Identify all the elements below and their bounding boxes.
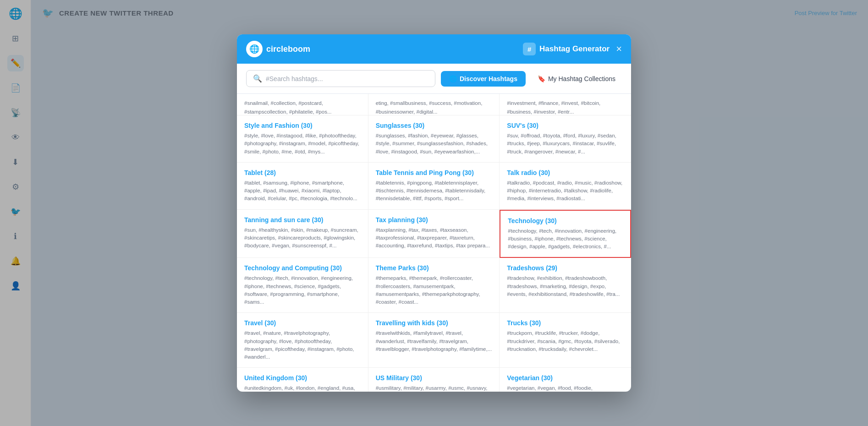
top-partial-card-3: #investment, #finance, #invest, #bitcoin… <box>500 94 631 115</box>
search-input[interactable] <box>266 75 429 82</box>
top-partial-row: #snailmail, #collection, #postcard, #sta… <box>237 94 631 115</box>
hashtag-generator-modal: 🌐 circleboom # Hashtag Generator × 🔍 <box>237 34 631 392</box>
hashtag-card[interactable]: Vegetarian (30)#vegetarian, #vegan, #foo… <box>500 368 631 392</box>
card-title: Tablet (28) <box>244 169 361 176</box>
hashtag-card[interactable]: Table Tennis and Ping Pong (30)#tableten… <box>368 163 500 210</box>
search-bar: 🔍 🌐 Discover Hashtags 🔖 My Hashtag Colle… <box>237 64 631 94</box>
globe-icon: 🌐 <box>449 75 457 82</box>
search-input-wrapper[interactable]: 🔍 <box>246 70 435 87</box>
card-tags: #talkradio, #podcast, #radio, #music, #r… <box>507 179 624 203</box>
hashtag-card[interactable]: Trucks (30)#truckporn, #trucklife, #truc… <box>500 313 631 368</box>
hashtag-card[interactable]: Travel (30)#travel, #nature, #travelphot… <box>237 313 368 368</box>
hashtag-generator-label: # Hashtag Generator <box>523 43 610 55</box>
hashtag-card[interactable]: US Military (30)#usmilitary, #military, … <box>368 368 500 392</box>
card-tags: #technology, #tech, #innovation, #engine… <box>508 227 623 251</box>
hashtag-card[interactable]: Style and Fashion (30)#style, #love, #in… <box>237 115 368 163</box>
card-title: Table Tennis and Ping Pong (30) <box>376 169 492 176</box>
card-title: Theme Parks (30) <box>376 264 492 272</box>
my-hashtag-collections-button[interactable]: 🔖 My Hashtag Collections <box>531 71 622 87</box>
modal-overlay: 🌐 circleboom # Hashtag Generator × 🔍 <box>0 0 868 426</box>
card-title: SUV's (30) <box>507 122 624 129</box>
modal-close-button[interactable]: × <box>616 44 622 54</box>
hashtag-card[interactable]: SUV's (30)#suv, #offroad, #toyota, #ford… <box>500 115 631 163</box>
circleboom-logo: 🌐 circleboom <box>246 41 310 57</box>
card-tags: #taxplanning, #tax, #taxes, #taxseason, … <box>376 226 492 250</box>
discover-hashtags-button[interactable]: 🌐 Discover Hashtags <box>441 71 526 87</box>
card-tags: #sunglasses, #fashion, #eyewear, #glasse… <box>376 132 492 156</box>
hashtag-card[interactable]: Tanning and sun care (30)#sun, #healthys… <box>237 210 368 258</box>
modal-header: 🌐 circleboom # Hashtag Generator × <box>237 34 631 64</box>
hashtag-card[interactable]: Tradeshows (29)#tradeshow, #exhibition, … <box>500 258 631 313</box>
card-tags: #sun, #healthyskin, #skin, #makeup, #sun… <box>244 226 361 250</box>
card-title: Tradeshows (29) <box>507 264 624 272</box>
hashtag-grid: Style and Fashion (30)#style, #love, #in… <box>237 115 631 392</box>
card-title: Travel (30) <box>244 319 361 327</box>
hashtag-card[interactable]: Sunglasses (30)#sunglasses, #fashion, #e… <box>368 115 500 163</box>
card-title: United Kingdom (30) <box>244 374 361 382</box>
card-title: US Military (30) <box>376 374 492 382</box>
hashtag-card[interactable]: Technology (30)#technology, #tech, #inno… <box>500 210 631 258</box>
logo-text: circleboom <box>266 44 310 54</box>
card-tags: #travel, #nature, #travelphotography, #p… <box>244 329 361 361</box>
card-tags: #truckporn, #trucklife, #trucker, #dodge… <box>507 329 624 353</box>
card-title: Vegetarian (30) <box>507 374 624 382</box>
modal-header-left: 🌐 circleboom <box>246 41 310 57</box>
card-tags: #tabletennis, #pingpong, #tabletennispla… <box>376 179 492 203</box>
card-title: Tanning and sun care (30) <box>244 216 361 224</box>
card-title: Travelling with kids (30) <box>376 319 492 327</box>
hashtag-card[interactable]: Tablet (28)#tablet, #samsung, #iphone, #… <box>237 163 368 210</box>
card-tags: #themeparks, #themepark, #rollercoaster,… <box>376 274 492 306</box>
card-tags: #tablet, #samsung, #iphone, #smartphone,… <box>244 179 361 203</box>
top-partial-tags-3: #investment, #finance, #invest, #bitcoin… <box>507 100 600 115</box>
card-tags: #technology, #tech, #innovation, #engine… <box>244 274 361 306</box>
card-title: Trucks (30) <box>507 319 624 327</box>
card-tags: #travelwithkids, #familytravel, #travel,… <box>376 329 492 353</box>
hashtag-card[interactable]: Theme Parks (30)#themeparks, #themepark,… <box>368 258 500 313</box>
top-partial-tags-2: eting, #smallbusiness, #success, #motiva… <box>376 100 483 115</box>
card-tags: #style, #love, #instagood, #like, #photo… <box>244 132 361 156</box>
logo-icon: 🌐 <box>246 41 263 57</box>
top-partial-card-1: #snailmail, #collection, #postcard, #sta… <box>237 94 368 115</box>
hashtag-card[interactable]: Travelling with kids (30)#travelwithkids… <box>368 313 500 368</box>
hashtag-card[interactable]: Tax planning (30)#taxplanning, #tax, #ta… <box>368 210 500 258</box>
card-title: Talk radio (30) <box>507 169 624 176</box>
card-title: Technology and Computing (30) <box>244 264 361 272</box>
hashtag-card[interactable]: Talk radio (30)#talkradio, #podcast, #ra… <box>500 163 631 210</box>
modal-content: Style and Fashion (30)#style, #love, #in… <box>237 115 631 392</box>
card-tags: #unitedkingdom, #uk, #london, #england, … <box>244 384 361 392</box>
card-title: Style and Fashion (30) <box>244 122 361 129</box>
hashtag-card[interactable]: United Kingdom (30)#unitedkingdom, #uk, … <box>237 368 368 392</box>
modal-header-right: # Hashtag Generator × <box>523 43 622 55</box>
search-icon: 🔍 <box>253 74 262 83</box>
top-partial-card-2: eting, #smallbusiness, #success, #motiva… <box>368 94 500 115</box>
bookmark-icon: 🔖 <box>538 75 545 82</box>
card-title: Tax planning (30) <box>376 216 492 224</box>
card-title: Technology (30) <box>508 217 623 224</box>
top-partial-tags-1: #snailmail, #collection, #postcard, #sta… <box>244 100 332 115</box>
hash-icon: # <box>523 43 536 55</box>
card-title: Sunglasses (30) <box>376 122 492 129</box>
card-tags: #usmilitary, #military, #usarmy, #usmc, … <box>376 384 492 392</box>
card-tags: #suv, #offroad, #toyota, #ford, #luxury,… <box>507 132 624 156</box>
hashtag-card[interactable]: Technology and Computing (30)#technology… <box>237 258 368 313</box>
card-tags: #vegetarian, #vegan, #food, #foodie, #he… <box>507 384 624 392</box>
card-tags: #tradeshow, #exhibition, #tradeshowbooth… <box>507 274 624 298</box>
